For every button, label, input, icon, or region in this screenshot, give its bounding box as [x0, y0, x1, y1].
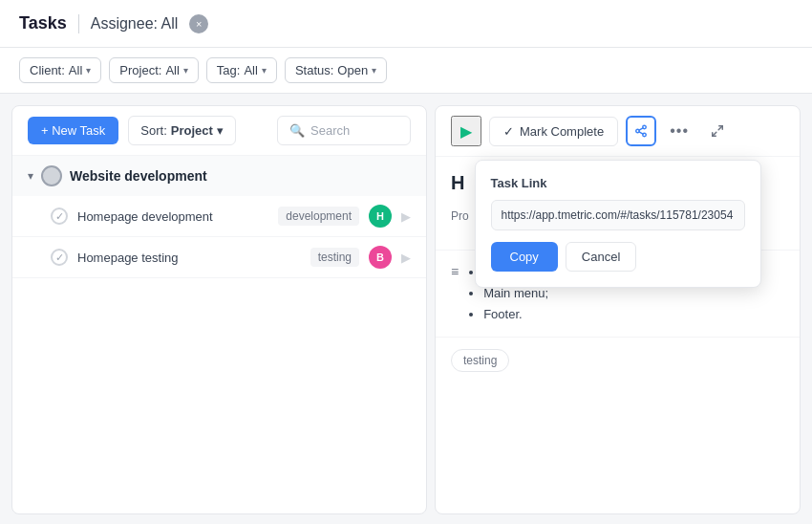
svg-line-3 — [639, 132, 643, 134]
sort-button[interactable]: Sort: Project ▾ — [128, 116, 236, 145]
project-filter-label: Project: — [119, 63, 161, 77]
task-detail-panel: ▶ ✓ Mark Complete ••• H — [435, 105, 801, 514]
check-icon: ✓ — [503, 124, 514, 139]
share-button[interactable] — [626, 116, 656, 146]
project-group-header[interactable]: ▾ Website development — [12, 156, 426, 196]
status-chevron-icon: ▾ — [372, 65, 376, 76]
client-filter-button[interactable]: Client: All ▾ — [19, 57, 101, 83]
filter-bar: Client: All ▾ Project: All ▾ Tag: All ▾ … — [0, 48, 812, 94]
copy-button[interactable]: Copy — [491, 242, 558, 272]
tag-filter-value: All — [244, 63, 257, 77]
client-filter-label: Client: — [30, 63, 65, 77]
project-chevron-icon: ▾ — [183, 65, 188, 76]
task-row[interactable]: ✓ Homepage testing testing B ▶ — [12, 237, 426, 278]
project-group: ▾ Website development ✓ Homepage develop… — [12, 156, 426, 278]
search-icon: 🔍 — [289, 123, 305, 138]
description-icon: ≡ — [451, 264, 459, 279]
tags-area: testing — [436, 337, 800, 383]
avatar: H — [369, 205, 392, 228]
page-header: Tasks Assignee: All × — [0, 0, 812, 48]
main-area: + New Task Sort: Project ▾ 🔍 Search ▾ We… — [0, 94, 812, 524]
close-assignee-button[interactable]: × — [189, 14, 208, 33]
list-item: Footer. — [483, 304, 577, 325]
share-icon — [634, 124, 648, 138]
project-filter-button[interactable]: Project: All ▾ — [109, 57, 199, 83]
mark-complete-button[interactable]: ✓ Mark Complete — [489, 117, 618, 146]
task-complete-check[interactable]: ✓ — [51, 249, 68, 266]
assignee-filter-label: Assignee: All — [91, 15, 179, 33]
client-chevron-icon: ▾ — [86, 65, 91, 76]
project-color-indicator — [41, 165, 62, 186]
search-box[interactable]: 🔍 Search — [277, 116, 411, 145]
tag-pill[interactable]: testing — [451, 349, 509, 372]
new-task-button[interactable]: + New Task — [28, 117, 118, 144]
expand-button[interactable] — [702, 116, 733, 146]
tag-chevron-icon: ▾ — [262, 65, 267, 76]
cancel-button[interactable]: Cancel — [566, 242, 636, 272]
status-filter-label: Status: — [295, 63, 333, 77]
mark-complete-label: Mark Complete — [520, 124, 604, 139]
task-list-panel: + New Task Sort: Project ▾ 🔍 Search ▾ We… — [11, 105, 427, 514]
new-task-label: + New Task — [41, 123, 105, 138]
task-complete-check[interactable]: ✓ — [51, 207, 68, 225]
avatar: B — [369, 246, 392, 269]
project-name: Website development — [70, 168, 207, 184]
more-options-button[interactable]: ••• — [664, 116, 694, 146]
task-link-popup: Task Link Copy Cancel — [475, 160, 761, 288]
sort-prefix: Sort: — [140, 123, 166, 138]
tag-filter-button[interactable]: Tag: All ▾ — [206, 57, 277, 83]
expand-icon — [711, 124, 724, 138]
task-detail-toolbar: ▶ ✓ Mark Complete ••• — [436, 106, 800, 157]
popup-title: Task Link — [491, 176, 745, 190]
sort-chevron-icon: ▾ — [217, 123, 224, 138]
task-row[interactable]: ✓ Homepage development development H ▶ — [12, 196, 426, 237]
play-icon[interactable]: ▶ — [401, 209, 411, 224]
task-link-input[interactable] — [491, 200, 745, 230]
client-filter-value: All — [69, 63, 82, 77]
status-filter-button[interactable]: Status: Open ▾ — [285, 57, 387, 83]
popup-actions: Copy Cancel — [491, 242, 745, 272]
pro-label: Pro — [451, 209, 469, 223]
list-toolbar: + New Task Sort: Project ▾ 🔍 Search — [12, 106, 426, 156]
task-name: Homepage development — [77, 209, 268, 224]
sort-value: Project — [171, 123, 213, 138]
project-filter-value: All — [165, 63, 179, 77]
play-icon[interactable]: ▶ — [401, 251, 411, 265]
svg-line-4 — [639, 128, 643, 130]
header-divider — [78, 14, 79, 33]
page-title: Tasks — [19, 13, 67, 33]
task-tag: development — [278, 207, 359, 226]
task-name: Homepage testing — [77, 251, 301, 265]
collapse-icon: ▾ — [28, 169, 33, 183]
task-tag: testing — [310, 248, 359, 267]
task-play-button[interactable]: ▶ — [451, 116, 481, 146]
status-filter-value: Open — [337, 63, 368, 77]
tag-filter-label: Tag: — [217, 63, 241, 77]
search-placeholder: Search — [310, 123, 350, 138]
task-title-initial: H — [451, 172, 464, 194]
